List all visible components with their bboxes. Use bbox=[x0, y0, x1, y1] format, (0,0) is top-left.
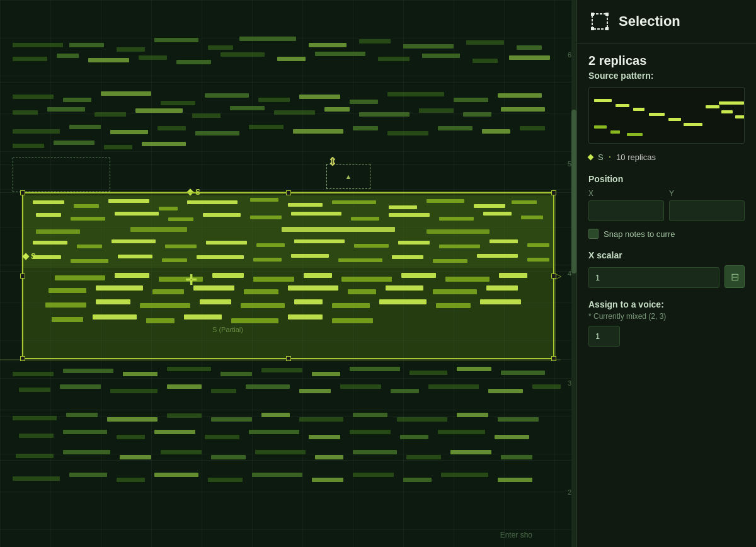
note-block bbox=[135, 108, 183, 113]
note-block bbox=[274, 110, 315, 115]
note-block bbox=[47, 107, 85, 112]
note-block bbox=[13, 416, 57, 420]
note-block bbox=[139, 55, 167, 60]
note-block bbox=[397, 417, 447, 422]
note-block bbox=[205, 93, 249, 98]
preview-note bbox=[735, 115, 745, 118]
note-block bbox=[482, 129, 510, 134]
pattern-info-row: S · 10 replicas bbox=[588, 151, 745, 163]
voice-input[interactable] bbox=[588, 326, 620, 347]
resize-handle-mr[interactable]: ▷ bbox=[551, 274, 556, 279]
assign-voice-label: Assign to a voice: bbox=[588, 299, 745, 309]
note-block bbox=[312, 478, 343, 482]
note-block bbox=[501, 455, 532, 459]
note-block bbox=[107, 417, 158, 422]
vertical-scrollbar[interactable] bbox=[571, 0, 576, 547]
track-sep-7 bbox=[0, 460, 576, 461]
note-block bbox=[457, 413, 488, 417]
note-block bbox=[309, 435, 340, 439]
note-block bbox=[57, 54, 79, 58]
pattern-preview bbox=[588, 87, 745, 144]
pattern-replicas-count: 10 replicas bbox=[616, 153, 656, 162]
note-block bbox=[428, 384, 479, 389]
note-block bbox=[117, 47, 145, 52]
note-block bbox=[13, 43, 63, 47]
note-block bbox=[60, 384, 101, 389]
note-block bbox=[54, 141, 94, 145]
scrollbar-thumb[interactable] bbox=[571, 110, 576, 274]
scalar-icon: ⊟ bbox=[731, 271, 739, 283]
canvas-area[interactable]: 6 5 4 3 2 bbox=[0, 0, 576, 547]
note-block bbox=[359, 39, 391, 43]
note-block bbox=[154, 473, 198, 477]
resize-handle-tl[interactable] bbox=[20, 190, 25, 195]
panel-header: Selection bbox=[577, 0, 756, 43]
note-block bbox=[19, 434, 54, 438]
note-block bbox=[69, 473, 107, 477]
enter-shortcut-hint: Enter sho bbox=[500, 531, 532, 539]
note-block bbox=[350, 430, 391, 434]
preview-note bbox=[633, 108, 644, 111]
preview-note bbox=[616, 104, 629, 107]
resize-arrow-icon: ▷ bbox=[556, 272, 561, 280]
scalar-side-button[interactable]: ⊟ bbox=[724, 265, 745, 288]
note-block bbox=[359, 112, 410, 117]
preview-note bbox=[649, 113, 665, 116]
note-block bbox=[208, 45, 233, 50]
note-block bbox=[117, 435, 145, 439]
note-block bbox=[249, 125, 284, 129]
note-block bbox=[391, 389, 419, 393]
note-block bbox=[255, 450, 306, 454]
note-block bbox=[350, 367, 400, 371]
note-block bbox=[195, 131, 239, 135]
note-block bbox=[123, 372, 158, 376]
preview-note bbox=[594, 99, 612, 102]
note-block bbox=[353, 126, 378, 130]
selection-panel-icon bbox=[588, 10, 611, 33]
note-block bbox=[19, 388, 50, 392]
note-block bbox=[472, 59, 498, 63]
note-block bbox=[120, 455, 151, 459]
resize-handle-ml[interactable] bbox=[20, 274, 25, 279]
note-block bbox=[208, 478, 243, 482]
note-block bbox=[63, 98, 91, 102]
svg-rect-0 bbox=[592, 14, 607, 29]
resize-handle-tm[interactable] bbox=[286, 190, 291, 195]
replicas-count: 2 replicas bbox=[588, 54, 745, 68]
position-section-title: Position bbox=[588, 174, 745, 184]
svg-rect-3 bbox=[591, 27, 594, 30]
note-block bbox=[520, 126, 545, 130]
note-block bbox=[353, 413, 387, 417]
note-block bbox=[211, 417, 252, 422]
assign-voice-sub: * Currently mixed (2, 3) bbox=[588, 312, 745, 321]
x-input[interactable] bbox=[588, 200, 664, 221]
note-block bbox=[410, 371, 447, 375]
note-block bbox=[400, 435, 428, 439]
note-block bbox=[299, 95, 340, 99]
source-pattern-label: Source pattern: bbox=[588, 71, 745, 81]
scalar-input[interactable] bbox=[588, 267, 719, 288]
note-block bbox=[498, 93, 542, 98]
snap-checkbox[interactable] bbox=[588, 229, 598, 239]
note-block bbox=[13, 57, 47, 61]
preview-note bbox=[719, 101, 744, 105]
note-block bbox=[220, 372, 252, 376]
note-block bbox=[350, 100, 378, 104]
panel-title: Selection bbox=[619, 13, 680, 30]
note-block bbox=[101, 91, 151, 96]
note-block bbox=[13, 372, 54, 376]
y-input[interactable] bbox=[669, 200, 745, 221]
note-block bbox=[532, 384, 561, 389]
note-block bbox=[13, 110, 38, 115]
note-block bbox=[110, 130, 148, 134]
note-block bbox=[498, 417, 539, 422]
note-block bbox=[66, 413, 98, 417]
note-block bbox=[419, 108, 454, 113]
note-block bbox=[498, 478, 532, 482]
note-block bbox=[509, 55, 550, 60]
note-block bbox=[403, 44, 454, 49]
pattern-diamond-icon bbox=[588, 154, 594, 160]
track-accent-line bbox=[0, 359, 561, 360]
note-block bbox=[211, 389, 236, 393]
resize-handle-tr[interactable] bbox=[551, 190, 556, 195]
